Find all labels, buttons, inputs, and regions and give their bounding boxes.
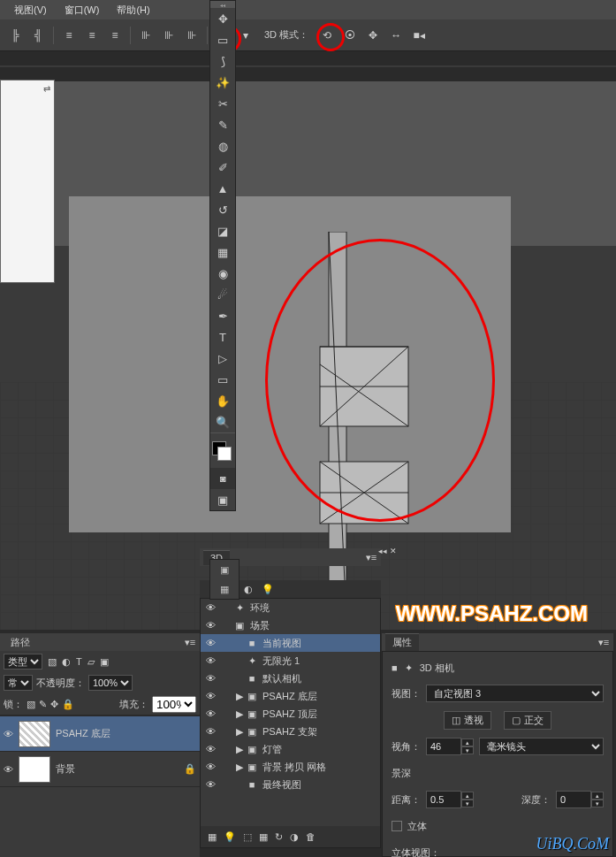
history-brush-tool-icon[interactable]: ↺ xyxy=(210,199,235,220)
visibility-eye-icon[interactable]: 👁 xyxy=(4,764,13,775)
lock-all-icon[interactable]: 🔒 xyxy=(62,699,74,710)
paths-tab[interactable]: 路径 xyxy=(4,634,37,651)
perspective-button[interactable]: ◫透视 xyxy=(444,711,491,730)
move-tool-icon[interactable]: ✥ xyxy=(210,8,235,29)
3d-scene-item[interactable]: 👁■最终视图 xyxy=(201,776,380,793)
panel-menu-icon[interactable]: ▾≡ xyxy=(597,637,610,648)
distance-stepper[interactable]: ▴▾ xyxy=(426,791,474,808)
layer-thumbnail[interactable] xyxy=(19,756,50,783)
footer-icon[interactable]: ◑ xyxy=(290,831,299,843)
filter-adjust-icon[interactable]: ◐ xyxy=(62,656,71,668)
hand-tool-icon[interactable]: ✋ xyxy=(210,390,235,411)
panel-grip[interactable] xyxy=(210,1,235,8)
3d-scene-item[interactable]: 👁■默认相机 xyxy=(201,670,380,687)
lock-pixels-icon[interactable]: ✎ xyxy=(39,699,47,710)
3d-scene-item[interactable]: 👁■当前视图 xyxy=(201,634,380,652)
type-tool-icon[interactable]: T xyxy=(210,326,235,348)
stereo-checkbox[interactable] xyxy=(392,821,402,831)
clone-stamp-tool-icon[interactable]: ▲ xyxy=(210,178,235,199)
view-select[interactable]: 自定视图 3 xyxy=(426,685,604,702)
3d-scene-item[interactable]: 👁▣场景 xyxy=(201,616,380,634)
filter-type-icon[interactable]: T xyxy=(76,656,82,668)
distribute-icon[interactable]: ≡ xyxy=(82,26,102,45)
twisty-icon[interactable]: ▶ xyxy=(234,691,245,702)
distribute-icon[interactable]: ≡ xyxy=(105,26,125,45)
lens-select[interactable]: 毫米镜头 xyxy=(479,738,604,755)
layer-thumbnail[interactable] xyxy=(19,721,50,747)
3d-scene-item[interactable]: 👁▶▣PSAHZ 支架 xyxy=(201,723,380,740)
eyedropper-tool-icon[interactable]: ✎ xyxy=(210,114,235,135)
distribute-icon[interactable]: ⊪ xyxy=(159,26,179,45)
3d-scene-item[interactable]: 👁✦环境 xyxy=(201,599,380,616)
step-down-icon[interactable]: ▾ xyxy=(461,800,474,807)
step-down-icon[interactable]: ▾ xyxy=(461,746,474,754)
visibility-eye-icon[interactable]: 👁 xyxy=(204,602,217,613)
distance-input[interactable] xyxy=(426,791,461,808)
shape-tool-icon[interactable]: ▭ xyxy=(210,369,235,390)
filter-smart-icon[interactable]: ▣ xyxy=(100,656,109,668)
healing-brush-tool-icon[interactable]: ◍ xyxy=(210,135,235,157)
filter-shape-icon[interactable]: ▱ xyxy=(87,656,95,668)
visibility-eye-icon[interactable]: 👁 xyxy=(204,638,217,648)
path-selection-tool-icon[interactable]: ▷ xyxy=(210,348,235,369)
canvas-area[interactable] xyxy=(0,81,616,630)
lasso-tool-icon[interactable]: ⟆ xyxy=(210,50,235,72)
3d-mode-dropdown-icon[interactable]: ▾ xyxy=(236,26,255,45)
3d-scene-item[interactable]: 👁✦无限光 1 xyxy=(201,652,380,670)
layer-row[interactable]: 👁 PSAHZ 底层 xyxy=(0,716,200,752)
blend-mode-select[interactable]: 常 xyxy=(4,675,33,691)
crop-tool-icon[interactable]: ✂ xyxy=(210,93,235,114)
visibility-eye-icon[interactable]: 👁 xyxy=(204,691,217,701)
align-icon[interactable]: ╣ xyxy=(28,26,48,45)
3d-scene-item[interactable]: 👁▶▣灯管 xyxy=(201,740,380,758)
visibility-eye-icon[interactable]: 👁 xyxy=(204,726,217,737)
layer-name[interactable]: PSAHZ 底层 xyxy=(56,727,196,740)
3d-scene-item[interactable]: 👁▶▣PSAHZ 底层 xyxy=(201,687,380,705)
lock-position-icon[interactable]: ✥ xyxy=(50,699,58,710)
properties-tab[interactable]: 属性 xyxy=(385,633,419,651)
panel-menu-icon[interactable]: ▾≡ xyxy=(365,552,377,563)
footer-icon[interactable]: ▦ xyxy=(259,831,268,843)
dodge-tool-icon[interactable]: ☄ xyxy=(210,284,235,305)
zoom-icon[interactable]: ■◂ xyxy=(409,26,429,45)
filter-kind-select[interactable]: 类型 xyxy=(4,654,42,670)
quick-mask-icon[interactable]: ◙ xyxy=(210,468,235,489)
visibility-eye-icon[interactable]: 👁 xyxy=(204,744,217,754)
filter-pixel-icon[interactable]: ▧ xyxy=(48,656,57,668)
align-icon[interactable]: ╠ xyxy=(5,26,25,45)
visibility-eye-icon[interactable]: 👁 xyxy=(204,779,217,790)
visibility-eye-icon[interactable]: 👁 xyxy=(204,620,217,631)
slide-icon[interactable]: ↔ xyxy=(386,26,406,45)
visibility-eye-icon[interactable]: 👁 xyxy=(204,761,217,772)
filter-light-icon[interactable]: 💡 xyxy=(262,584,274,595)
footer-icon[interactable]: 💡 xyxy=(224,831,236,843)
step-up-icon[interactable]: ▴ xyxy=(591,792,604,800)
fill-input[interactable]: 100% xyxy=(152,696,196,713)
depth-input[interactable] xyxy=(556,791,591,808)
step-up-icon[interactable]: ▴ xyxy=(461,792,474,800)
twisty-icon[interactable]: ▶ xyxy=(234,761,245,773)
trash-icon[interactable]: 🗑 xyxy=(306,831,316,842)
layer-name[interactable]: 背景 xyxy=(56,762,179,776)
distribute-icon[interactable]: ≡ xyxy=(59,26,79,45)
visibility-eye-icon[interactable]: 👁 xyxy=(4,729,13,739)
orthographic-button[interactable]: ▢正交 xyxy=(504,711,551,730)
distribute-icon[interactable]: ⊪ xyxy=(136,26,156,45)
twisty-icon[interactable]: ▶ xyxy=(234,726,245,738)
swap-view-icon[interactable]: ⇄ xyxy=(43,84,50,94)
layer-row[interactable]: 👁 背景 🔒 xyxy=(0,752,200,787)
gradient-tool-icon[interactable]: ▦ xyxy=(210,241,235,263)
footer-icon[interactable]: ▦ xyxy=(208,831,217,843)
brush-tool-icon[interactable]: ✐ xyxy=(210,157,235,178)
panel-menu-icon[interactable]: ▾≡ xyxy=(184,637,196,648)
pen-tool-icon[interactable]: ✒ xyxy=(210,305,235,326)
magic-wand-tool-icon[interactable]: ✨ xyxy=(210,72,235,93)
twisty-icon[interactable]: ▶ xyxy=(234,708,245,720)
footer-icon[interactable]: ⬚ xyxy=(243,831,252,843)
orbit-icon[interactable]: ⟲ xyxy=(317,26,337,45)
opacity-input[interactable]: 100% xyxy=(88,675,133,691)
roll-icon[interactable]: ⦿ xyxy=(340,26,360,45)
visibility-eye-icon[interactable]: 👁 xyxy=(204,673,217,684)
visibility-eye-icon[interactable]: 👁 xyxy=(204,655,217,666)
background-color[interactable] xyxy=(217,447,232,461)
